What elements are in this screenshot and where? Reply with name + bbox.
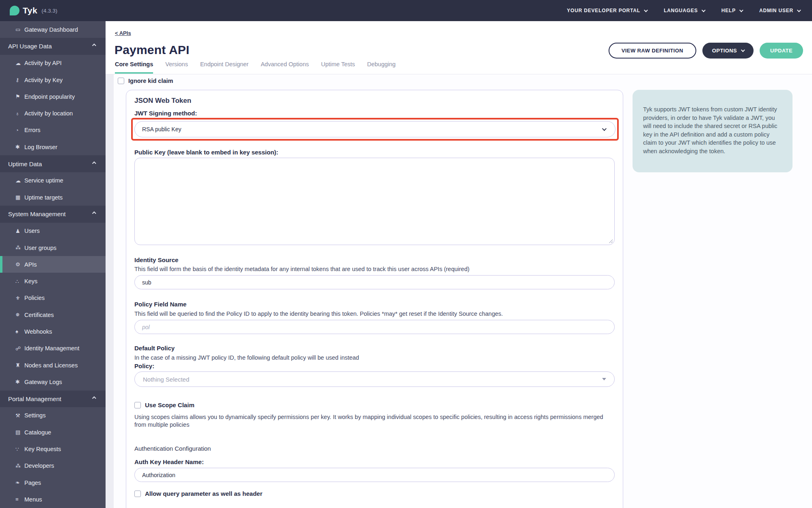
sidebar-item-key-requests[interactable]: ∵Key Requests	[0, 441, 106, 457]
allow-query-param-checkbox[interactable]	[134, 491, 141, 497]
identity-source-input[interactable]	[134, 275, 615, 289]
sidebar-item-policies[interactable]: ⚜Policies	[0, 290, 106, 306]
sidebar-item-label: Uptime Data	[8, 161, 42, 167]
sidebar-item-label: Endpoint popularity	[24, 93, 75, 100]
sidebar-item-keys[interactable]: ∴Keys	[0, 273, 106, 289]
tab-uptime-tests[interactable]: Uptime Tests	[321, 61, 355, 74]
sidebar-item-uptime-targets[interactable]: ▦Uptime targets	[0, 189, 106, 206]
sidebar-item-user-groups[interactable]: ⁂User groups	[0, 239, 106, 256]
sidebar-item-apis[interactable]: ⚙APIs	[0, 256, 106, 273]
jwt-signing-method-dropdown[interactable]: RSA public Key	[134, 121, 615, 137]
public-key-textarea[interactable]	[134, 158, 615, 245]
chevron-up-icon	[92, 396, 96, 400]
tab-versions[interactable]: Versions	[165, 61, 188, 74]
sidebar-item-label: Activity by location	[24, 110, 73, 117]
header-buttons: VIEW RAW DEFINITION OPTIONS UPDATE	[609, 43, 803, 59]
sidebar-item-webhooks[interactable]: ♠Webhooks	[0, 323, 106, 340]
policy-field-name-help: This field will be queried to find the P…	[134, 310, 615, 318]
topbar: Tyk (4.3.3) YOUR DEVELOPER PORTALLANGUAG…	[0, 0, 812, 21]
sidebar-section-portal-management[interactable]: Portal Management	[0, 391, 106, 407]
tab-debugging[interactable]: Debugging	[367, 61, 395, 74]
sidebar-item-activity-by-key[interactable]: ⚷Activity by Key	[0, 72, 106, 88]
sidebar-item-catalogue[interactable]: ▤Catalogue	[0, 424, 106, 441]
page-title: Payment API	[114, 43, 190, 57]
policy-select[interactable]: Nothing Selected	[134, 371, 615, 387]
policy-field-name-input[interactable]	[134, 320, 615, 334]
topbar-menu-help[interactable]: HELP	[721, 8, 742, 13]
auth-key-header-input[interactable]	[134, 468, 615, 482]
sidebar-item-settings[interactable]: ⚒Settings	[0, 407, 106, 424]
ignore-kid-claim-checkbox[interactable]	[118, 78, 124, 84]
tyk-logo[interactable]: Tyk (4.3.3)	[10, 6, 57, 15]
version-label: (4.3.3)	[41, 8, 57, 14]
tab-advanced-options[interactable]: Advanced Options	[261, 61, 309, 74]
sidebar-item-users[interactable]: ♟Users	[0, 223, 106, 239]
user-group-icon: ⁂	[15, 245, 24, 251]
sidebar-item-activity-by-api[interactable]: ☁Activity by API	[0, 55, 106, 72]
update-button[interactable]: UPDATE	[760, 43, 803, 59]
user-group-icon: ⁂	[15, 463, 24, 469]
sidebar-item-identity-management[interactable]: ☍Identity Management	[0, 340, 106, 357]
sidebar-item-label: Activity by Key	[24, 77, 63, 83]
chevron-up-icon	[92, 212, 96, 216]
topbar-menu-label: YOUR DEVELOPER PORTAL	[567, 8, 640, 13]
sidebar-item-label: Errors	[24, 127, 40, 133]
policy-label: Policy:	[134, 363, 615, 369]
sidebar-item-log-browser[interactable]: ✱Log Browser	[0, 139, 106, 155]
sidebar-item-label: Catalogue	[24, 429, 51, 436]
identity-source-help: This field will form the basis of the id…	[134, 265, 615, 273]
view-raw-definition-button[interactable]: VIEW RAW DEFINITION	[609, 43, 696, 59]
tab-core-settings[interactable]: Core Settings	[115, 61, 153, 74]
sidebar-item-label: Portal Management	[8, 395, 61, 402]
sidebar-item-menus[interactable]: ≡Menus	[0, 491, 106, 508]
chevron-down-icon	[739, 8, 743, 12]
sidebar-item-label: System Management	[8, 211, 66, 217]
use-scope-claim-checkbox[interactable]	[134, 402, 141, 408]
jwt-card-heading: JSON Web Token	[134, 97, 615, 105]
topbar-menu-label: ADMIN USER	[759, 8, 793, 13]
chevron-down-icon	[644, 8, 648, 12]
chevron-down-icon	[602, 126, 607, 131]
scroll-gutter	[106, 74, 114, 508]
chevron-down-icon	[702, 8, 706, 12]
sidebar-item-label: Uptime targets	[24, 194, 63, 201]
sidebar-item-activity-by-location[interactable]: ♁Activity by location	[0, 105, 106, 122]
grid-icon: ▦	[15, 194, 24, 200]
sidebar-item-developers[interactable]: ⁂Developers	[0, 458, 106, 474]
paw-icon: ∵	[15, 446, 24, 452]
topbar-menu-admin-user[interactable]: ADMIN USER	[759, 8, 800, 13]
sidebar-section-uptime-data[interactable]: Uptime Data	[0, 155, 106, 172]
sidebar-item-service-uptime[interactable]: ☁Service uptime	[0, 172, 106, 189]
breadcrumb-apis-link[interactable]: < APIs	[115, 30, 131, 36]
policy-field-name-label: Policy Field Name	[134, 301, 615, 308]
sidebar-section-system-management[interactable]: System Management	[0, 206, 106, 222]
sidebar-section-api-usage-data[interactable]: API Usage Data	[0, 38, 106, 54]
flag-icon: ⚑	[15, 93, 24, 100]
sidebar-item-label: Developers	[24, 462, 54, 469]
sidebar-item-endpoint-popularity[interactable]: ⚑Endpoint popularity	[0, 88, 106, 105]
tab-endpoint-designer[interactable]: Endpoint Designer	[200, 61, 248, 74]
sidebar-item-label: Nodes and Licenses	[24, 362, 78, 369]
sidebar-item-nodes-and-licenses[interactable]: ♜Nodes and Licenses	[0, 357, 106, 373]
monitor-icon: ▭	[15, 26, 24, 33]
jwt-settings-card: JSON Web Token JWT Signing method: RSA p…	[126, 90, 623, 508]
highlight-red-box: RSA public Key	[131, 118, 619, 141]
auth-config-heading: Authentication Configuration	[134, 445, 615, 452]
sidebar-item-pages[interactable]: ❧Pages	[0, 474, 106, 491]
sidebar-item-label: API Usage Data	[8, 43, 52, 50]
sidebar-item-gateway-logs[interactable]: ✱Gateway Logs	[0, 373, 106, 390]
sidebar-item-errors[interactable]: ◔Errors	[0, 122, 106, 139]
jwt-signing-method-label: JWT Signing method:	[134, 110, 615, 117]
use-scope-claim-row: Use Scope Claim	[134, 402, 615, 408]
sidebar-item-certificates[interactable]: ✵Certificates	[0, 306, 106, 323]
error-circle-icon: ◔	[15, 127, 24, 133]
public-key-label: Public Key (leave blank to embed in key …	[134, 149, 615, 156]
wrench-icon: ⚒	[15, 412, 24, 419]
allow-query-param-row: Allow query parameter as well as header	[134, 490, 615, 497]
topbar-menu-your-developer-portal[interactable]: YOUR DEVELOPER PORTAL	[567, 8, 647, 13]
certificate-icon: ✵	[15, 312, 24, 318]
topbar-menu-languages[interactable]: LANGUAGES	[664, 8, 704, 13]
use-scope-claim-label: Use Scope Claim	[145, 402, 194, 408]
sidebar-item-gateway-dashboard[interactable]: ▭Gateway Dashboard	[0, 21, 106, 38]
options-button[interactable]: OPTIONS	[702, 43, 754, 59]
